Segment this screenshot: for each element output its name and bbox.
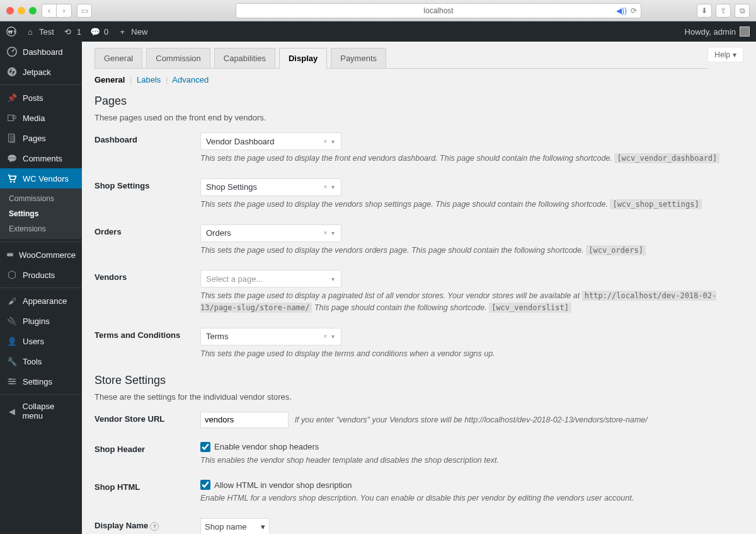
subtab-general[interactable]: General (94, 75, 125, 84)
svg-point-12 (11, 383, 13, 385)
brush-icon: 🖌 (6, 295, 18, 306)
store-url-label: Vendor Store URL (94, 412, 200, 428)
comments-icon: 💬 (6, 153, 18, 164)
nav-back-forward: ‹ › (42, 4, 72, 18)
browser-chrome: ‹ › ▭ localhost ◀)) ⟳ ⬇ ⇪ ⧉ (0, 0, 756, 21)
tab-payments[interactable]: Payments (331, 48, 386, 68)
plus-icon: + (117, 26, 127, 37)
store-desc: These are the settings for the individua… (94, 392, 743, 402)
sidebar-sub-commissions[interactable]: Commissions (0, 191, 82, 206)
orders-help: This sets the page used to display the v… (200, 245, 743, 257)
tab-capabilities[interactable]: Capabilities (214, 48, 275, 68)
sidebar-label: Users (23, 337, 44, 346)
sidebar-item-media[interactable]: Media (0, 108, 82, 128)
store-url-input[interactable] (200, 412, 289, 428)
dashboard-icon (6, 46, 18, 57)
tab-commission[interactable]: Commission (146, 48, 210, 68)
sidebar-label: Settings (23, 377, 52, 386)
howdy-link[interactable]: Howdy, admin (685, 26, 750, 37)
sidebar-toggle-button[interactable]: ▭ (77, 4, 92, 18)
subtab-advanced[interactable]: Advanced (172, 75, 209, 84)
svg-point-10 (9, 378, 11, 380)
clear-dropdown-icon: × ▾ (323, 229, 336, 236)
shop-html-checkbox-row[interactable]: Allow HTML in vendor shop desription (200, 480, 743, 490)
user-icon: 👤 (6, 335, 18, 347)
back-button[interactable]: ‹ (42, 4, 57, 18)
forward-button[interactable]: › (57, 4, 72, 18)
tab-display[interactable]: Display (279, 48, 327, 69)
sidebar-item-pages[interactable]: Pages (0, 128, 82, 148)
jetpack-icon (6, 66, 18, 78)
settings-subtabs: General | Labels | Advanced (94, 75, 743, 84)
svg-point-8 (13, 181, 15, 183)
shop-html-checkbox[interactable] (200, 480, 210, 490)
updates-icon: ⟲ (63, 26, 73, 37)
terms-page-select[interactable]: Terms× ▾ (200, 328, 341, 345)
sidebar-submenu: Commissions Settings Extensions (0, 189, 82, 239)
sidebar-item-posts[interactable]: 📌Posts (0, 88, 82, 108)
sidebar-item-woocommerce[interactable]: WooCommerce (0, 245, 82, 265)
wp-logo[interactable] (6, 26, 16, 37)
display-name-label: Display Name? (94, 518, 200, 534)
terms-help: This sets the page used to display the t… (200, 348, 743, 360)
sidebar-label: Jetpack (23, 67, 51, 77)
comments-link[interactable]: 💬0 (90, 26, 108, 37)
refresh-icon[interactable]: ⟳ (631, 6, 637, 15)
sidebar-label: Pages (23, 134, 46, 143)
store-heading: Store Settings (94, 374, 743, 387)
help-tab[interactable]: Help▾ (707, 48, 743, 62)
sidebar-label: Dashboard (23, 47, 63, 57)
shop-header-checkbox[interactable] (200, 442, 210, 452)
dashboard-page-select[interactable]: Vendor Dashboard× ▾ (200, 132, 341, 150)
maximize-window-icon[interactable] (29, 7, 37, 15)
dashboard-help: This sets the page used to display the f… (200, 153, 743, 165)
sidebar-sub-extensions[interactable]: Extensions (0, 221, 82, 236)
pages-desc: These pages used on the front end by ven… (94, 113, 743, 122)
subtab-labels[interactable]: Labels (137, 75, 161, 84)
sidebar-item-tools[interactable]: 🔧Tools (0, 351, 82, 371)
tab-general[interactable]: General (94, 48, 142, 68)
sidebar-item-wc-vendors[interactable]: WC Vendors (0, 168, 82, 189)
site-name-link[interactable]: ⌂Test (25, 26, 54, 37)
svg-rect-9 (7, 253, 13, 257)
sidebar-item-comments[interactable]: 💬Comments (0, 148, 82, 168)
svg-point-2 (8, 67, 16, 76)
dashboard-label: Dashboard (94, 132, 200, 165)
woocommerce-icon (6, 249, 14, 260)
tabs-button[interactable]: ⧉ (735, 4, 750, 18)
sidebar-item-jetpack[interactable]: Jetpack (0, 62, 82, 82)
vendors-page-select[interactable]: Select a page...▾ (200, 270, 341, 287)
sidebar-item-collapse[interactable]: ◀Collapse menu (0, 397, 82, 425)
shop-settings-page-select[interactable]: Shop Settings× ▾ (200, 178, 341, 196)
products-icon (6, 269, 18, 281)
reader-icon[interactable]: ◀)) (616, 6, 627, 15)
sidebar-sub-settings[interactable]: Settings (0, 206, 82, 221)
sidebar-item-dashboard[interactable]: Dashboard (0, 42, 82, 62)
close-window-icon[interactable] (6, 7, 14, 15)
minimize-window-icon[interactable] (18, 7, 25, 15)
sidebar-label: Comments (23, 154, 62, 163)
new-content-link[interactable]: +New (117, 26, 147, 37)
orders-page-select[interactable]: Orders× ▾ (200, 224, 341, 242)
wordpress-icon (6, 26, 16, 37)
shop-header-checkbox-row[interactable]: Enable vendor shop headers (200, 442, 743, 452)
download-button[interactable]: ⬇ (697, 4, 712, 18)
sidebar-item-appearance[interactable]: 🖌Appearance (0, 291, 82, 311)
shop-html-label: Shop HTML (94, 480, 200, 504)
url-bar[interactable]: localhost ◀)) ⟳ (236, 3, 641, 18)
sidebar-item-settings[interactable]: Settings (0, 371, 82, 392)
clear-dropdown-icon: × ▾ (323, 138, 336, 145)
display-name-select[interactable]: Shop name▾ (200, 518, 270, 534)
url-text: localhost (423, 6, 453, 15)
updates-link[interactable]: ⟲1 (63, 26, 81, 37)
help-tooltip-icon[interactable]: ? (150, 522, 159, 531)
shop-settings-label: Shop Settings (94, 178, 200, 211)
share-button[interactable]: ⇪ (716, 4, 731, 18)
sidebar-item-products[interactable]: Products (0, 265, 82, 285)
wrench-icon: 🔧 (6, 356, 18, 367)
vendors-label: Vendors (94, 270, 200, 314)
collapse-icon: ◀ (6, 405, 18, 417)
sidebar-item-users[interactable]: 👤Users (0, 331, 82, 351)
cart-icon (6, 173, 18, 184)
sidebar-item-plugins[interactable]: 🔌Plugins (0, 311, 82, 331)
